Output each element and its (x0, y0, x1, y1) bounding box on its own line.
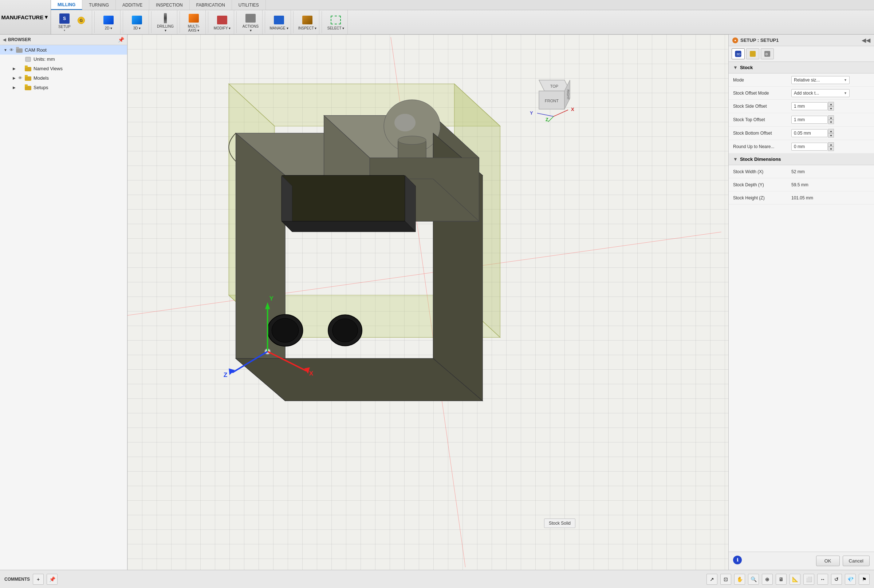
models-toggle[interactable]: ▶ (12, 76, 17, 80)
stock-bottom-offset-down[interactable]: ▼ (828, 133, 834, 138)
drilling-button[interactable]: DRILLING ▾ (156, 12, 175, 33)
models-vis-icon[interactable]: 👁 (17, 76, 23, 80)
svg-rect-1 (16, 47, 19, 49)
mode-dropdown[interactable]: Relative siz... ▼ (791, 76, 850, 84)
tab-utilities[interactable]: UTILITIES (232, 0, 266, 10)
browser-item-models[interactable]: ▶ 👁 Models (0, 73, 127, 82)
tab-inspection[interactable]: INSPECTION (149, 0, 190, 10)
stock-bottom-offset-label: Stock Bottom Offset (733, 130, 791, 136)
stock-side-offset-up[interactable]: ▲ (828, 102, 834, 106)
inspect-icon (302, 14, 313, 26)
divider-5 (208, 11, 208, 33)
stock-top-offset-up[interactable]: ▲ (828, 116, 834, 120)
browser-item-units[interactable]: ▶ Units: mm (0, 55, 127, 64)
round-up-input[interactable]: 0 mm (791, 142, 828, 151)
svg-text:RIGHT: RIGHT (566, 90, 570, 100)
tab-turning[interactable]: TURNING (82, 0, 116, 10)
panel-tabs: 3D ⚙ (729, 46, 874, 62)
prop-stock-width: Stock Width (X) 52 mm (729, 165, 874, 178)
tab-additive[interactable]: ADDITIVE (116, 0, 149, 10)
panel-footer: ℹ OK Cancel (729, 552, 874, 570)
browser-pin-btn[interactable]: 📌 (118, 37, 124, 43)
svg-rect-8 (25, 84, 28, 87)
svg-point-17 (394, 114, 415, 131)
stock-section-label: Stock (740, 65, 753, 70)
bottom-tool-12[interactable]: ⚑ (859, 574, 869, 585)
stock-bottom-offset-up[interactable]: ▲ (828, 129, 834, 133)
browser-item-named-views[interactable]: ▶ Named Views (0, 64, 127, 73)
stock-top-offset-input[interactable]: 1 mm (791, 116, 828, 124)
svg-rect-26 (281, 176, 405, 221)
bottom-tool-7[interactable]: 📐 (790, 574, 800, 585)
info-icon[interactable]: ℹ (733, 556, 742, 564)
browser-header: ◀ BROWSER 📌 (0, 34, 127, 45)
bottom-tool-6[interactable]: 🖥 (776, 574, 787, 585)
svg-rect-58 (750, 51, 756, 57)
bottom-tool-3[interactable]: ✋ (734, 574, 745, 585)
round-up-down[interactable]: ▼ (828, 147, 834, 151)
stock-offset-mode-dropdown[interactable]: Add stock t... ▼ (791, 89, 850, 97)
svg-point-33 (332, 319, 358, 342)
2d-button[interactable]: 2D ▾ (99, 12, 118, 33)
view-cube[interactable]: TOP FRONT RIGHT X Y Z (528, 75, 575, 122)
bottom-tool-10[interactable]: ↺ (831, 574, 842, 585)
setups-toggle[interactable]: ▶ (12, 86, 17, 90)
select-button[interactable]: SELECT ▾ (326, 12, 345, 33)
stock-dimensions-section-header[interactable]: ▼ Stock Dimensions (729, 153, 874, 165)
bottom-tool-1[interactable]: ↗ (707, 574, 718, 585)
modify-button[interactable]: MODIFY ▾ (213, 12, 232, 33)
manufacture-dropdown-arrow: ▾ (45, 14, 48, 20)
manufacture-label: MANUFACTURE (2, 14, 44, 20)
manufacture-button[interactable]: MANUFACTURE ▾ (0, 0, 51, 34)
browser-panel: ◀ BROWSER 📌 ▼ 👁 CAM Root ▶ Units: mm ▶ N… (0, 34, 128, 570)
svg-text:⚙: ⚙ (765, 52, 768, 56)
stock-dimensions-label: Stock Dimensions (740, 156, 781, 162)
stock-side-offset-input[interactable]: 1 mm (791, 102, 828, 110)
browser-item-cam-root[interactable]: ▼ 👁 CAM Root (0, 45, 127, 55)
cam-root-toggle[interactable]: ▼ (3, 48, 8, 52)
setup-button[interactable]: S SETUP ▾ (55, 12, 74, 33)
bottom-tool-8[interactable]: ⬜ (803, 574, 814, 585)
browser-item-setups[interactable]: ▶ Setups (0, 82, 127, 92)
tab-bar: MILLING TURNING ADDITIVE INSPECTION FABR… (51, 0, 874, 10)
stock-offset-mode-label: Stock Offset Mode (733, 91, 791, 96)
comments-expand-btn[interactable]: + (33, 574, 44, 585)
panel-tab-settings[interactable]: ⚙ (761, 48, 774, 59)
stock-width-value: 52 mm (791, 169, 805, 174)
stock-dim-toggle-icon: ▼ (733, 156, 738, 162)
round-up-up[interactable]: ▲ (828, 142, 834, 147)
stock-side-offset-down[interactable]: ▼ (828, 106, 834, 111)
3d-button[interactable]: 3D ▾ (128, 12, 146, 33)
divider-4 (179, 11, 180, 33)
panel-tab-material[interactable] (746, 48, 759, 59)
modify-icon (216, 14, 228, 26)
g-button[interactable]: G (75, 12, 90, 33)
right-panel-collapse-btn[interactable]: ◀◀ (862, 37, 870, 44)
svg-rect-6 (25, 75, 28, 77)
actions-button[interactable]: ACTIONS ▾ (241, 12, 260, 33)
browser-title: BROWSER (8, 37, 31, 42)
tab-fabrication[interactable]: FABRICATION (190, 0, 232, 10)
bottom-tool-2[interactable]: ⊡ (720, 574, 731, 585)
bottom-bar: COMMENTS + 📌 ↗ ⊡ ✋ 🔍 ⊕ 🖥 📐 ⬜ ↔ ↺ 💎 ⚑ (0, 570, 874, 588)
comments-pin-btn[interactable]: 📌 (47, 574, 57, 585)
cam-root-folder-icon (16, 47, 23, 53)
manage-button[interactable]: MANAGE ▾ (269, 12, 289, 33)
cam-root-vis-icon[interactable]: 👁 (8, 48, 15, 52)
inspect-button[interactable]: INSPECT ▾ (298, 12, 317, 33)
stock-bottom-offset-input[interactable]: 0.05 mm (791, 129, 828, 137)
bottom-tool-4[interactable]: 🔍 (748, 574, 759, 585)
bottom-tool-9[interactable]: ↔ (817, 574, 828, 585)
browser-collapse-btn[interactable]: ◀ (3, 38, 6, 42)
named-views-toggle[interactable]: ▶ (12, 67, 17, 70)
bottom-tool-5[interactable]: ⊕ (762, 574, 773, 585)
multiaxis-button[interactable]: MULTI-AXIS ▾ (184, 12, 203, 33)
panel-tab-model[interactable]: 3D (732, 48, 745, 59)
bottom-tool-11[interactable]: 💎 (845, 574, 856, 585)
tool-group-drilling: DRILLING ▾ (154, 10, 178, 34)
tab-milling[interactable]: MILLING (51, 0, 82, 10)
stock-top-offset-down[interactable]: ▼ (828, 120, 834, 124)
cancel-button[interactable]: Cancel (843, 556, 869, 566)
ok-button[interactable]: OK (816, 556, 840, 566)
stock-section-header[interactable]: ▼ Stock (729, 62, 874, 74)
